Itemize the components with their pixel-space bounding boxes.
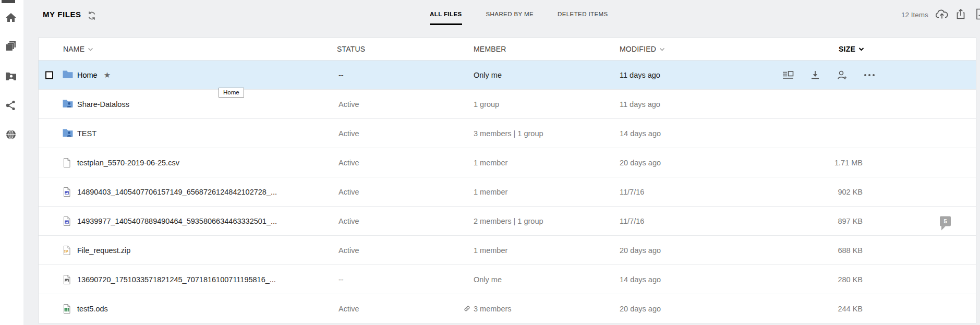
- table-header-row: NAME STATUS MEMBER MODIFIED SIZE: [39, 38, 976, 61]
- sidebar-item-home[interactable]: [5, 12, 17, 23]
- cloud-upload-icon[interactable]: [935, 8, 949, 21]
- status-cell: Active: [338, 129, 359, 138]
- add-user-icon[interactable]: [836, 70, 849, 80]
- table-row[interactable]: Home ★ -- Only me 11 days ago: [39, 61, 976, 90]
- column-header-size[interactable]: SIZE: [839, 45, 864, 53]
- member-cell[interactable]: 1 group: [474, 100, 499, 109]
- column-header-size-label: SIZE: [839, 45, 855, 53]
- refresh-icon[interactable]: [87, 11, 96, 20]
- member-cell[interactable]: Only me: [474, 275, 502, 284]
- member-cell-text: 2 members | 1 group: [474, 217, 543, 225]
- table-row[interactable]: Share-Dataloss Active 1 group 11 days ag…: [39, 90, 976, 119]
- star-icon[interactable]: ★: [104, 70, 111, 80]
- file-image-icon: [63, 187, 73, 197]
- column-header-name-label: NAME: [63, 45, 84, 53]
- member-cell[interactable]: 2 members | 1 group: [474, 217, 543, 225]
- size-cell: 897 KB: [758, 217, 863, 225]
- chevron-down-icon: [858, 47, 864, 51]
- member-cell-text: Only me: [474, 71, 502, 79]
- sidebar-item-net-folders[interactable]: [5, 70, 17, 82]
- items-count: 12 Items: [901, 11, 928, 19]
- sidebar-item-my-files[interactable]: [5, 40, 17, 52]
- member-cell[interactable]: 3 members: [474, 305, 512, 313]
- folder-shared-icon: [63, 128, 73, 138]
- files-table: NAME STATUS MEMBER MODIFIED SIZE Home ★ …: [38, 38, 976, 323]
- row-checkbox[interactable]: [45, 71, 53, 79]
- column-header-modified-label: MODIFIED: [620, 45, 656, 53]
- row-actions: [782, 70, 876, 80]
- modified-cell: 20 days ago: [620, 159, 661, 167]
- table-row[interactable]: TEST Active 3 members | 1 group 14 days …: [39, 119, 976, 148]
- download-icon[interactable]: [809, 70, 821, 80]
- file-name[interactable]: 14939977_1405407889490464_59358066344633…: [77, 217, 277, 225]
- file-name[interactable]: testplan_5570-2019-06-25.csv: [77, 159, 179, 167]
- tab-all-files[interactable]: ALL FILES: [430, 11, 462, 25]
- table-row[interactable]: test5.ods Active 3 members 20 days ago 2…: [39, 294, 976, 323]
- table-row[interactable]: 14890403_1405407706157149_65687261248421…: [39, 177, 976, 207]
- share-upload-icon[interactable]: [955, 8, 969, 21]
- header-actions: [935, 8, 980, 21]
- member-cell[interactable]: 1 member: [474, 246, 507, 255]
- member-cell[interactable]: 3 members | 1 group: [474, 129, 543, 138]
- status-cell: Active: [338, 246, 359, 255]
- table-row[interactable]: 14939977_1405407889490464_59358066344633…: [39, 207, 976, 236]
- file-name[interactable]: File_request.zip: [77, 246, 130, 255]
- table-row[interactable]: testplan_5570-2019-06-25.csv Active 1 me…: [39, 148, 976, 177]
- file-image-icon: [63, 216, 73, 226]
- tooltip: Home: [219, 88, 244, 98]
- file-name[interactable]: TEST: [77, 129, 96, 138]
- folder-shared-icon: [63, 99, 73, 109]
- status-cell: --: [338, 275, 344, 284]
- size-cell: 1.71 MB: [758, 159, 863, 167]
- size-cell: 688 KB: [758, 246, 863, 255]
- member-cell-text: 1 member: [474, 246, 507, 255]
- tab-deleted-items[interactable]: DELETED ITEMS: [558, 11, 608, 25]
- masthead-remnant: [2, 0, 15, 3]
- modified-cell: 20 days ago: [620, 246, 661, 255]
- comment-count-badge[interactable]: 5: [940, 216, 951, 226]
- details-icon[interactable]: [782, 70, 794, 80]
- file-name[interactable]: test5.ods: [77, 305, 108, 313]
- file-name[interactable]: 13690720_1751033571821245_70718161007111…: [77, 275, 276, 284]
- folder-user-icon: [5, 70, 17, 82]
- table-row[interactable]: ZIP File_request.zip Active 1 member 20 …: [39, 236, 976, 265]
- member-cell-text: 3 members: [474, 305, 512, 313]
- status-cell: Active: [338, 305, 359, 313]
- sidebar-item-public[interactable]: [5, 129, 17, 140]
- svg-text:ZIP: ZIP: [64, 250, 69, 253]
- status-cell: Active: [338, 217, 359, 225]
- chevron-down-icon: [659, 47, 665, 51]
- column-header-modified[interactable]: MODIFIED: [620, 45, 665, 53]
- chevron-down-icon: [88, 47, 93, 51]
- status-cell: Active: [338, 159, 359, 167]
- column-header-member[interactable]: MEMBER: [474, 45, 506, 53]
- more-icon[interactable]: [863, 70, 876, 80]
- file-spreadsheet-icon: [63, 304, 73, 314]
- member-cell-text: 3 members | 1 group: [474, 129, 543, 138]
- column-header-status[interactable]: STATUS: [337, 45, 365, 53]
- status-cell: --: [338, 71, 344, 79]
- member-cell-text: Only me: [474, 275, 502, 284]
- member-cell[interactable]: 1 member: [474, 159, 507, 167]
- file-name[interactable]: 14890403_1405407706157149_65687261248421…: [77, 188, 277, 196]
- file-add-icon[interactable]: [975, 8, 980, 21]
- sidebar-item-shared-items[interactable]: [5, 100, 17, 111]
- modified-cell: 11 days ago: [620, 71, 660, 79]
- column-header-name[interactable]: NAME: [63, 45, 93, 53]
- modified-cell: 11 days ago: [620, 100, 660, 109]
- view-tabs: ALL FILESSHARED BY MEDELETED ITEMS: [430, 11, 608, 25]
- member-cell[interactable]: 1 member: [474, 188, 507, 196]
- size-cell: 280 KB: [758, 275, 863, 284]
- file-name[interactable]: Share-Dataloss: [77, 100, 129, 109]
- file-name[interactable]: Home: [77, 71, 98, 79]
- table-row[interactable]: 13690720_1751033571821245_70718161007111…: [39, 265, 976, 294]
- modified-cell: 20 days ago: [620, 305, 661, 313]
- home-icon: [5, 12, 17, 23]
- tab-shared-by-me[interactable]: SHARED BY ME: [486, 11, 534, 25]
- left-sidebar: [0, 0, 23, 325]
- member-cell[interactable]: Only me: [474, 71, 502, 79]
- copies-icon: [5, 40, 17, 52]
- member-cell-text: 1 member: [474, 188, 507, 196]
- link-icon: [463, 305, 471, 312]
- status-cell: Active: [338, 100, 359, 109]
